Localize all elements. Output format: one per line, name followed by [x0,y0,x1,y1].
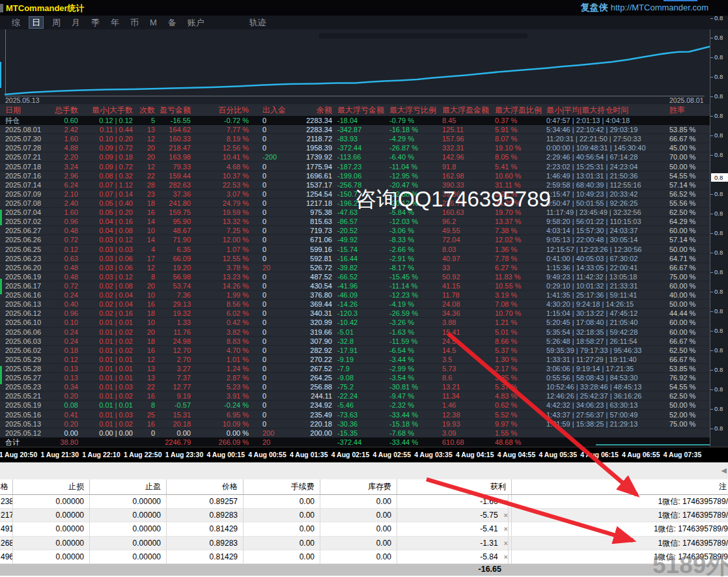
brand-link[interactable]: 复盘侠 http://MTCommander.com [581,2,708,14]
stats-cell: -15.35 [333,429,385,438]
stats-cell: 2025.05.29 [0,355,53,364]
menu-item-8[interactable]: M [147,17,160,28]
stats-cell: 1.24 % [191,364,250,373]
price-tick: 0.8 [710,386,728,393]
time-axis[interactable]: 1 Aug 20:501 Aug 21:301 Aug 22:101 Aug 2… [0,447,728,463]
price-tick: 0.8 [710,405,728,413]
stats-row-2025.05.13[interactable]: 2025.05.130.200.01 | 0.021620.1810.09 %0… [0,419,710,429]
stats-cell: 0 [250,391,298,401]
stats-row-2025.06.16[interactable]: 2025.06.160.240.02 | 0.04107.361.99 %037… [0,290,710,300]
menu-item-2[interactable]: 日 [29,16,44,29]
stats-row-2025.06.25[interactable]: 2025.06.250.120.03 | 0.0346.351.07 %0599… [0,245,710,254]
stats-col-header-4[interactable]: 次数 [133,104,155,116]
close-order-icon[interactable]: × [504,509,509,522]
stats-row-2025.08.01[interactable]: 2025.08.012.420.11 | 0.4413164.627.77 %0… [0,125,710,134]
stats-col-header-13[interactable]: 最小|平均|最大持仓时间 [542,104,665,116]
orders-col-header-6[interactable]: 库存费 [320,479,397,494]
stats-row-2025.05.23[interactable]: 2025.05.230.340.01 | 0.032212.775.23 %02… [0,382,710,391]
menu-item-7[interactable]: 币 [128,17,141,28]
stats-row-2025.06.20[interactable]: 2025.06.200.480.03 | 0.061219.203.78 %20… [0,263,710,272]
stats-row-2025.05.29[interactable]: 2025.05.290.120.01 | 0.01122.701.01 %027… [0,355,710,364]
menu-item-10[interactable]: 账户 [185,17,207,28]
stats-row-2025.06.06[interactable]: 2025.06.060.240.01 | 0.022011.763.82 %03… [0,328,710,337]
stats-col-header-3[interactable]: 最小|大手数 [78,104,133,116]
collapse-icon[interactable]: ◀ [721,466,727,475]
stats-cell: 2025.05.27 [0,373,53,382]
stats-col-header-2[interactable]: 总手数 [53,104,78,116]
stats-row-2025.06.13[interactable]: 2025.06.130.400.02 | 0.041629.138.56 %03… [0,300,710,309]
stats-cell: 11.76 [155,328,191,337]
stats-row-2025.06.23[interactable]: 2025.06.230.630.03 | 0.061766.0912.55 %0… [0,254,710,263]
stats-row-2025.07.02[interactable]: 2025.07.020.960.04 | 0.161495.9013.32 %0… [0,217,710,226]
menu-item-9[interactable]: 备 [165,17,179,28]
orders-col-header-8[interactable]: 注 [512,479,728,494]
equity-chart[interactable]: 2025.05.13 2025.08.01 [0,29,728,104]
stats-row-2025.05.28[interactable]: 2025.05.280.130.01 | 0.01133.271.24 %026… [0,364,710,373]
menu-item-1[interactable]: 综 [9,17,23,28]
orders-col-header-1[interactable]: 格 [0,479,13,494]
orders-col-header-5[interactable]: 手续费 [244,479,320,494]
stats-row-2025.06.26[interactable]: 2025.06.260.720.03 | 0.121471.9012.00 %0… [0,235,710,244]
stats-col-header-6[interactable]: 百分比% [191,104,250,116]
order-row-3[interactable]: 4910.000000.000000.814290.000.00-5.41×1微… [0,522,728,536]
menu-item-4[interactable]: 月 [69,17,83,28]
stats-row-持仓[interactable]: 持仓0.600.12 | 0.125-16.55-0.72 %02283.34-… [0,116,710,125]
stats-row-2025.06.02[interactable]: 2025.06.020.180.01 | 0.021612.704.70 %02… [0,346,710,355]
stats-row-2025.06.27[interactable]: 2025.06.270.480.04 | 0.081048.677.25 %07… [0,226,710,235]
stats-row-2025.06.03[interactable]: 2025.06.030.240.01 | 0.021824.988.83 %03… [0,337,710,346]
stats-col-header-1[interactable]: 日期 [0,104,53,116]
stats-cell: 0 [250,318,298,327]
stats-cell: 4:30:20 | 9:24:18 | 14:26:15 [542,300,665,309]
order-row-2[interactable]: 2170.000000.000000.892830.000.00-5.75×1微… [0,509,728,522]
stats-row-2025.06.17[interactable]: 2025.06.170.720.02 | 0.082053.7414.26 %0… [0,281,710,290]
stats-row-2025.05.19[interactable]: 2025.05.190.080.01 | 0.018-0.57-0.24 %02… [0,401,710,410]
stats-row-2025.05.21[interactable]: 2025.05.210.200.01 | 0.02169.193.91 %024… [0,391,710,401]
stats-row-2025.05.12[interactable]: 2025.05.120.000.00 | 0.0000.000.00 %2002… [0,429,710,438]
stats-cell: -199.06 [333,171,385,180]
stats-col-header-7[interactable]: 出入金 [250,104,298,116]
stats-row-2025.05.16[interactable]: 2025.05.160.410.01 | 0.032515.316.95 %02… [0,410,710,419]
price-axis[interactable]: 0.80.80.80.80.80.80.80.80.80.80.80.80.80… [710,29,728,447]
stats-row-2025.07.30[interactable]: 2025.07.301.600.10 | 0.2012160.338.19 %0… [0,134,710,143]
stats-col-header-9[interactable]: 最大浮亏金额 [333,104,385,116]
stats-cell: 0.42 % [191,318,250,327]
qq-watermark: 咨询QQ1746395789 [355,185,551,214]
price-tick: 0.8 [710,268,728,276]
stats-col-header-5[interactable]: 盈亏金额 [155,104,191,116]
stats-cell: -73.63 [333,410,385,419]
menu-item-6[interactable]: 年 [108,17,122,28]
stats-col-header-12[interactable]: 最大浮盈比例 [491,104,542,116]
order-row-4[interactable]: 2680.000000.000000.892830.000.00-1.31×1微… [0,537,728,550]
stats-col-header-10[interactable]: 最大浮亏比例 [385,104,438,116]
close-order-icon[interactable]: × [504,550,509,564]
stats-cell: 1.07 % [191,245,250,254]
stats-cell: 159.44 [155,171,191,180]
menu-item-3[interactable]: 周 [49,17,63,28]
orders-col-header-2[interactable]: 止损 [13,479,90,494]
stats-row-2025.07.18[interactable]: 2025.07.183.240.09 | 0.721279.334.68 %01… [0,162,710,171]
stats-col-header-11[interactable]: 最大浮盈金额 [438,104,491,116]
close-order-icon[interactable]: × [504,537,509,550]
order-row-1[interactable]: 2380.000000.000000.892570.000.00-1.66×1微… [0,495,728,509]
close-order-icon[interactable]: × [504,495,509,509]
orders-col-header-7[interactable]: 获利 [397,479,512,494]
stats-col-header-8[interactable]: 余额 [298,104,333,116]
order-row-5[interactable]: 4960.000000.000000.814290.000.00-5.84×1微… [0,550,728,564]
stats-row-2025.06.10[interactable]: 2025.06.100.100.01 | 0.01101.330.42 %032… [0,318,710,327]
close-order-icon[interactable]: × [504,522,509,536]
stats-row-2025.07.21[interactable]: 2025.07.212.200.09 | 0.1820163.9810.41 %… [0,152,710,162]
orders-col-header-3[interactable]: 止盈 [90,479,167,494]
stats-row-2025.05.27[interactable]: 2025.05.270.130.01 | 0.01137.372.87 %026… [0,373,710,382]
orders-col-header-4[interactable]: 价格 [167,479,244,494]
stats-rows: 持仓0.600.12 | 0.125-16.55-0.72 %02283.34-… [0,116,710,447]
stats-cell: 0.08 [53,401,78,410]
stats-row-2025.06.19[interactable]: 2025.06.190.480.03 | 0.12856.9813.23 %04… [0,272,710,281]
menu-item-11[interactable]: 轨迹 [247,17,269,28]
stats-row-2025.07.28[interactable]: 2025.07.284.880.09 | 0.7220218.4712.56 %… [0,143,710,152]
stats-row-2025.06.12[interactable]: 2025.06.120.960.02 | 0.161819.326.02 %03… [0,309,710,318]
stats-row-2025.07.16[interactable]: 2025.07.162.960.08 | 0.3222159.4410.37 %… [0,171,710,180]
menu-item-5[interactable]: 季 [89,17,102,28]
stats-col-header-14[interactable]: 胜率 [665,104,710,116]
stats-cell: 0.10 [53,318,78,327]
stats-cell: 1.99 % [191,290,250,300]
